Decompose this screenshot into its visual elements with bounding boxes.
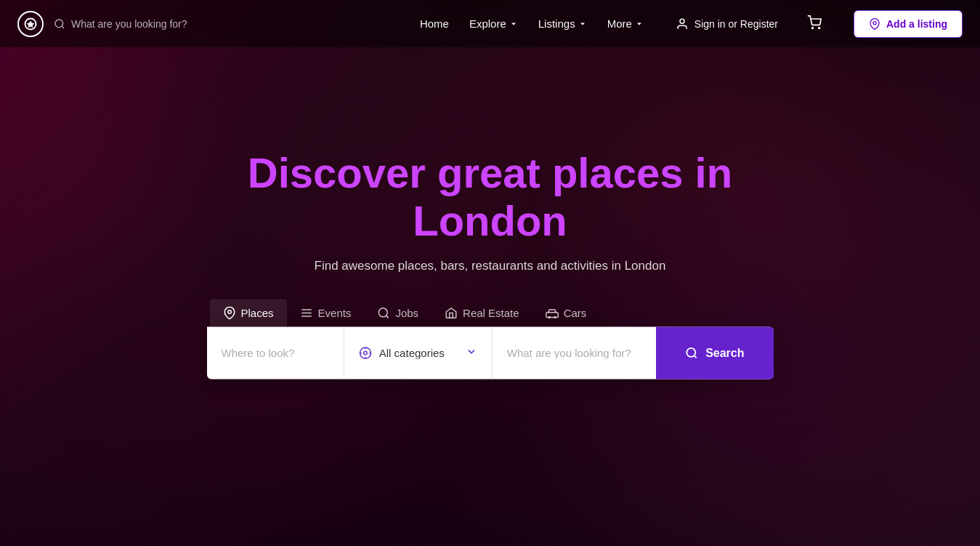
nav-explore[interactable]: Explore (469, 17, 518, 30)
nav-links: Home Explore Listings More Sign in or Re… (420, 10, 963, 38)
nav-search-placeholder: What are you looking for? (71, 18, 187, 30)
car-icon (546, 306, 559, 319)
svg-line-13 (386, 316, 389, 318)
map-pin-icon (869, 18, 880, 30)
nav-listings[interactable]: Listings (538, 17, 587, 30)
svg-point-18 (364, 351, 368, 355)
svg-point-8 (227, 310, 231, 314)
home-icon (445, 306, 458, 319)
location-field (207, 326, 344, 379)
hero-title: Discover great places in London (207, 148, 774, 245)
nav-search-bar[interactable]: What are you looking for? (54, 18, 420, 30)
svg-point-15 (548, 317, 550, 318)
jobs-icon (377, 306, 390, 319)
chevron-down-icon (509, 20, 518, 28)
keyword-input[interactable] (507, 347, 641, 359)
keyword-field (493, 326, 656, 379)
logo[interactable] (17, 11, 44, 37)
cart-icon (807, 15, 822, 30)
category-select[interactable]: All categories Restaurants Hotels Shoppi… (379, 347, 458, 359)
nav-home[interactable]: Home (420, 17, 449, 30)
svg-point-5 (812, 27, 814, 28)
category-field: All categories Restaurants Hotels Shoppi… (344, 326, 493, 379)
tab-jobs[interactable]: Jobs (364, 299, 432, 326)
chevron-down-icon (578, 20, 587, 28)
target-icon (359, 346, 372, 359)
chevron-down-icon (635, 20, 644, 28)
svg-point-2 (55, 20, 63, 28)
svg-marker-1 (27, 20, 35, 28)
chevron-down-icon (466, 345, 477, 360)
hero-subtitle: Find awesome places, bars, restaurants a… (207, 258, 774, 273)
user-icon (676, 17, 689, 31)
nav-more[interactable]: More (607, 17, 644, 30)
tab-events[interactable]: Events (287, 299, 365, 326)
map-pin-icon (223, 306, 236, 319)
svg-line-24 (694, 356, 697, 358)
hero-content: Discover great places in London Find awe… (207, 148, 774, 379)
add-listing-button[interactable]: Add a listing (854, 10, 963, 38)
svg-rect-14 (546, 313, 558, 318)
svg-line-3 (62, 26, 64, 28)
location-input[interactable] (222, 347, 329, 359)
svg-point-12 (379, 308, 388, 317)
navbar: What are you looking for? Home Explore L… (0, 0, 980, 47)
search-icon (54, 18, 65, 30)
events-icon (300, 306, 313, 319)
nav-auth[interactable]: Sign in or Register (676, 17, 778, 31)
search-button[interactable]: Search (656, 326, 773, 379)
category-tabs: Places Events Jobs Real Estate (207, 299, 774, 326)
svg-point-6 (819, 27, 820, 28)
search-bar: All categories Restaurants Hotels Shoppi… (207, 326, 774, 379)
tab-cars[interactable]: Cars (532, 299, 600, 326)
svg-point-16 (554, 317, 556, 318)
nav-cart[interactable] (807, 15, 822, 33)
svg-point-23 (687, 348, 695, 357)
tab-places[interactable]: Places (210, 299, 287, 326)
hero-section: What are you looking for? Home Explore L… (0, 0, 980, 546)
svg-point-4 (680, 19, 684, 23)
search-icon (685, 346, 698, 359)
svg-point-7 (873, 21, 876, 24)
tab-real-estate[interactable]: Real Estate (432, 299, 532, 326)
